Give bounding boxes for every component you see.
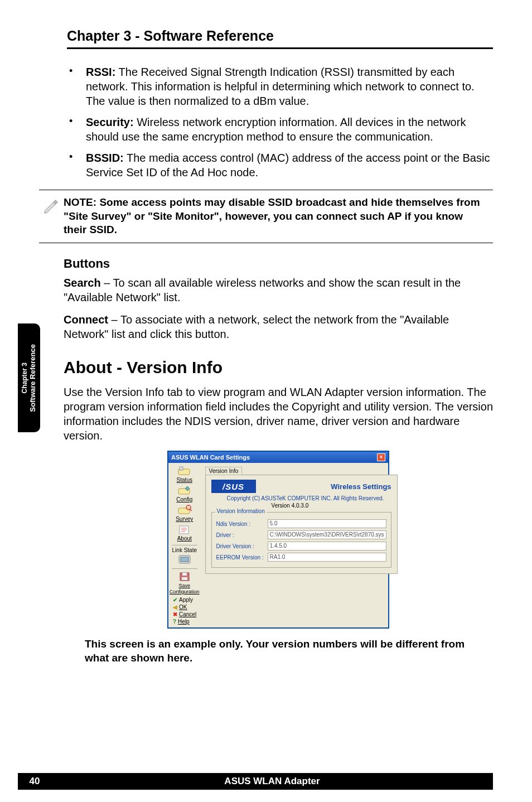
action-help[interactable]: ?Help	[170, 619, 200, 625]
action-cancel[interactable]: ✖Cancel	[170, 611, 200, 617]
config-icon	[177, 485, 192, 496]
dialog-title: ASUS WLAN Card Settings	[171, 454, 250, 461]
note-box: NOTE: Some access points may disable SSI…	[39, 190, 493, 243]
search-text: – To scan all available wireless network…	[64, 277, 461, 303]
tab-version-info[interactable]: Version Info	[205, 467, 243, 475]
dialog-titlebar: ASUS WLAN Card Settings ×	[168, 452, 388, 463]
connect-text: – To associate with a network, select th…	[64, 313, 449, 340]
row-driver: Driver : C:\WINDOWS\system32\DRIVERS\rt2…	[216, 530, 386, 539]
page-footer: 40 ASUS WLAN Adapter	[18, 773, 493, 790]
check-icon: ✔	[173, 597, 177, 603]
footer-page-number: 40	[18, 776, 51, 787]
bullet-bssid-label: BSSID:	[86, 152, 124, 164]
ndis-value: 5.0	[268, 519, 386, 528]
group-label: Version Information	[215, 508, 267, 514]
program-version: Version 4.0.3.0	[272, 503, 391, 509]
search-label: Search	[64, 277, 101, 289]
ndis-label: Ndis Version :	[216, 521, 268, 527]
row-ndis: Ndis Version : 5.0	[216, 519, 386, 528]
linkstate-icon	[177, 554, 192, 565]
bullet-bssid: BSSID: The media access control (MAC) ad…	[64, 151, 493, 180]
row-eeprom: EEPROM Version : RA1.0	[216, 553, 386, 562]
close-icon[interactable]: ×	[377, 453, 385, 461]
svg-rect-1	[180, 467, 183, 470]
drvver-value: 1.4.5.0	[268, 542, 386, 550]
bullet-rssi: RSSI: The Received Signal Strength Indic…	[64, 65, 493, 108]
version-info-group: Version Information Ndis Version : 5.0 D…	[211, 512, 391, 568]
search-para: Search – To scan all available wireless …	[64, 276, 493, 305]
bullet-rssi-label: RSSI:	[86, 66, 115, 78]
card-icon	[177, 466, 192, 477]
row-driver-version: Driver Version : 1.4.5.0	[216, 542, 386, 550]
eeprom-label: EEPROM Version :	[216, 554, 268, 561]
note-text: NOTE: Some access points may disable SSI…	[64, 196, 493, 237]
sidebar-item-about[interactable]: About	[170, 524, 200, 542]
connect-label: Connect	[64, 313, 108, 326]
buttons-heading: Buttons	[64, 257, 493, 271]
sidebar-item-linkstate[interactable]: Link State	[170, 547, 200, 565]
ok-icon: ◀	[173, 604, 177, 610]
connect-para: Connect – To associate with a network, s…	[64, 312, 493, 341]
sidebar-item-savecfg[interactable]: Save Configuration	[170, 571, 200, 595]
eeprom-value: RA1.0	[268, 553, 386, 562]
sidebar-item-config[interactable]: Config	[170, 485, 200, 503]
footer-title: ASUS WLAN Adapter	[51, 776, 493, 787]
bullet-security-label: Security:	[86, 116, 134, 128]
asus-logo: /SUS	[211, 480, 256, 493]
sidebar-item-survey[interactable]: Survey	[170, 504, 200, 522]
svg-rect-14	[182, 573, 187, 576]
survey-icon	[177, 505, 192, 516]
screenshot-caption: This screen is an example only. Your ver…	[85, 637, 476, 665]
drvver-label: Driver Version :	[216, 543, 268, 549]
svg-rect-12	[181, 557, 188, 562]
bullet-bssid-text: The media access control (MAC) address o…	[86, 152, 490, 178]
dialog-sidebar: Status Config Survey About	[168, 463, 201, 627]
action-ok[interactable]: ◀OK	[170, 604, 200, 610]
svg-rect-4	[178, 508, 190, 514]
dialog-main-panel: Version Info /SUS Wireless Settings Copy…	[201, 463, 402, 627]
driver-label: Driver :	[216, 532, 268, 538]
chapter-header: Chapter 3 - Software Reference	[67, 28, 493, 49]
floppy-icon	[177, 571, 192, 582]
sidebar-item-status[interactable]: Status	[170, 465, 200, 483]
bullet-rssi-text: The Received Signal Strength Indication …	[86, 66, 475, 107]
copyright-text: Copyright (C) ASUSTeK COMPUTER INC. All …	[227, 495, 391, 501]
bullet-security-text: Wireless network encryption information.…	[86, 116, 466, 143]
action-apply[interactable]: ✔Apply	[170, 597, 200, 603]
svg-rect-15	[182, 577, 187, 580]
bullet-list: RSSI: The Received Signal Strength Indic…	[64, 65, 493, 180]
wireless-settings-label: Wireless Settings	[331, 482, 391, 491]
cancel-icon: ✖	[173, 611, 177, 617]
dialog-screenshot: ASUS WLAN Card Settings × Status Config	[167, 451, 389, 629]
about-heading: About - Version Info	[64, 358, 493, 377]
about-icon	[177, 524, 192, 535]
help-icon: ?	[173, 619, 176, 625]
bullet-security: Security: Wireless network encryption in…	[64, 115, 493, 144]
pencil-icon	[39, 196, 64, 215]
driver-value: C:\WINDOWS\system32\DRIVERS\rt2870.sys	[268, 530, 386, 539]
svg-line-6	[190, 509, 192, 511]
about-para: Use the Version Info tab to view program…	[64, 385, 493, 443]
